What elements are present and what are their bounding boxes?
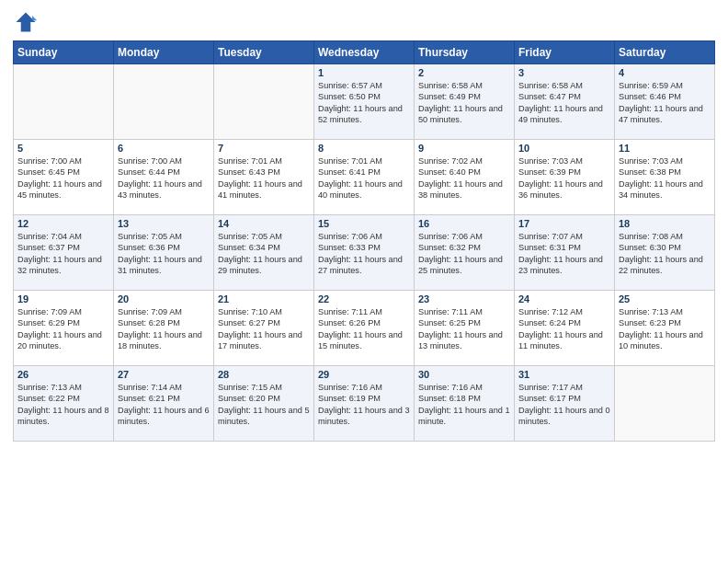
- cell-info: Sunrise: 6:58 AMSunset: 6:49 PMDaylight:…: [418, 80, 510, 126]
- calendar-cell: 16Sunrise: 7:06 AMSunset: 6:32 PMDayligh…: [415, 215, 515, 291]
- calendar-cell: 30Sunrise: 7:16 AMSunset: 6:18 PMDayligh…: [415, 366, 515, 442]
- calendar-cell: [214, 64, 314, 140]
- dow-saturday: Saturday: [615, 41, 715, 64]
- cell-info: Sunrise: 7:11 AMSunset: 6:26 PMDaylight:…: [318, 306, 410, 352]
- cell-info: Sunrise: 7:06 AMSunset: 6:32 PMDaylight:…: [418, 231, 510, 277]
- day-number: 11: [619, 143, 711, 154]
- calendar-cell: 5Sunrise: 7:00 AMSunset: 6:45 PMDaylight…: [14, 140, 114, 215]
- calendar-cell: 31Sunrise: 7:17 AMSunset: 6:17 PMDayligh…: [515, 366, 615, 442]
- calendar-cell: 2Sunrise: 6:58 AMSunset: 6:49 PMDaylight…: [415, 64, 515, 140]
- day-of-week-header: SundayMondayTuesdayWednesdayThursdayFrid…: [14, 41, 715, 64]
- day-number: 23: [418, 293, 510, 304]
- day-number: 3: [518, 67, 610, 78]
- calendar-cell: 27Sunrise: 7:14 AMSunset: 6:21 PMDayligh…: [114, 366, 214, 442]
- dow-sunday: Sunday: [14, 41, 114, 64]
- calendar-cell: 6Sunrise: 7:00 AMSunset: 6:44 PMDaylight…: [114, 140, 214, 215]
- cell-info: Sunrise: 7:09 AMSunset: 6:28 PMDaylight:…: [118, 306, 210, 352]
- cell-info: Sunrise: 7:10 AMSunset: 6:27 PMDaylight:…: [218, 306, 310, 352]
- day-number: 20: [118, 293, 210, 304]
- dow-tuesday: Tuesday: [214, 41, 314, 64]
- calendar-cell: 17Sunrise: 7:07 AMSunset: 6:31 PMDayligh…: [515, 215, 615, 291]
- header: [13, 9, 715, 35]
- cell-info: Sunrise: 6:59 AMSunset: 6:46 PMDaylight:…: [619, 80, 711, 126]
- calendar-week-4: 26Sunrise: 7:13 AMSunset: 6:22 PMDayligh…: [14, 366, 715, 442]
- cell-info: Sunrise: 7:01 AMSunset: 6:43 PMDaylight:…: [218, 155, 310, 201]
- day-number: 8: [318, 143, 410, 154]
- dow-wednesday: Wednesday: [314, 41, 415, 64]
- calendar-cell: 7Sunrise: 7:01 AMSunset: 6:43 PMDaylight…: [214, 140, 314, 215]
- day-number: 27: [118, 369, 210, 380]
- calendar-cell: 24Sunrise: 7:12 AMSunset: 6:24 PMDayligh…: [515, 291, 615, 366]
- cell-info: Sunrise: 7:13 AMSunset: 6:22 PMDaylight:…: [17, 382, 109, 428]
- dow-monday: Monday: [114, 41, 214, 64]
- calendar-cell: 15Sunrise: 7:06 AMSunset: 6:33 PMDayligh…: [314, 215, 415, 291]
- calendar-cell: 22Sunrise: 7:11 AMSunset: 6:26 PMDayligh…: [314, 291, 415, 366]
- calendar-cell: 3Sunrise: 6:58 AMSunset: 6:47 PMDaylight…: [515, 64, 615, 140]
- day-number: 5: [17, 143, 109, 154]
- day-number: 19: [17, 293, 109, 304]
- cell-info: Sunrise: 7:02 AMSunset: 6:40 PMDaylight:…: [418, 155, 510, 201]
- calendar-cell: 14Sunrise: 7:05 AMSunset: 6:34 PMDayligh…: [214, 215, 314, 291]
- day-number: 13: [118, 218, 210, 229]
- logo: [13, 9, 42, 35]
- cell-info: Sunrise: 7:00 AMSunset: 6:45 PMDaylight:…: [17, 155, 109, 201]
- cell-info: Sunrise: 7:09 AMSunset: 6:29 PMDaylight:…: [17, 306, 109, 352]
- day-number: 26: [17, 369, 109, 380]
- calendar-cell: 26Sunrise: 7:13 AMSunset: 6:22 PMDayligh…: [14, 366, 114, 442]
- cell-info: Sunrise: 7:15 AMSunset: 6:20 PMDaylight:…: [218, 382, 310, 428]
- day-number: 6: [118, 143, 210, 154]
- day-number: 30: [418, 369, 510, 380]
- cell-info: Sunrise: 7:00 AMSunset: 6:44 PMDaylight:…: [118, 155, 210, 201]
- cell-info: Sunrise: 7:17 AMSunset: 6:17 PMDaylight:…: [518, 382, 610, 428]
- logo-icon: [13, 9, 39, 35]
- day-number: 31: [518, 369, 610, 380]
- cell-info: Sunrise: 7:12 AMSunset: 6:24 PMDaylight:…: [518, 306, 610, 352]
- calendar-cell: 8Sunrise: 7:01 AMSunset: 6:41 PMDaylight…: [314, 140, 415, 215]
- cell-info: Sunrise: 7:05 AMSunset: 6:36 PMDaylight:…: [118, 231, 210, 277]
- day-number: 4: [619, 67, 711, 78]
- cell-info: Sunrise: 6:57 AMSunset: 6:50 PMDaylight:…: [318, 80, 410, 126]
- day-number: 9: [418, 143, 510, 154]
- calendar-cell: [114, 64, 214, 140]
- day-number: 21: [218, 293, 310, 304]
- cell-info: Sunrise: 7:04 AMSunset: 6:37 PMDaylight:…: [17, 231, 109, 277]
- day-number: 7: [218, 143, 310, 154]
- calendar-cell: 28Sunrise: 7:15 AMSunset: 6:20 PMDayligh…: [214, 366, 314, 442]
- calendar-cell: 9Sunrise: 7:02 AMSunset: 6:40 PMDaylight…: [415, 140, 515, 215]
- calendar: SundayMondayTuesdayWednesdayThursdayFrid…: [13, 40, 715, 442]
- calendar-cell: [14, 64, 114, 140]
- cell-info: Sunrise: 6:58 AMSunset: 6:47 PMDaylight:…: [518, 80, 610, 126]
- calendar-week-3: 19Sunrise: 7:09 AMSunset: 6:29 PMDayligh…: [14, 291, 715, 366]
- cell-info: Sunrise: 7:01 AMSunset: 6:41 PMDaylight:…: [318, 155, 410, 201]
- cell-info: Sunrise: 7:08 AMSunset: 6:30 PMDaylight:…: [619, 231, 711, 277]
- day-number: 16: [418, 218, 510, 229]
- day-number: 17: [518, 218, 610, 229]
- cell-info: Sunrise: 7:07 AMSunset: 6:31 PMDaylight:…: [518, 231, 610, 277]
- day-number: 2: [418, 67, 510, 78]
- calendar-cell: 25Sunrise: 7:13 AMSunset: 6:23 PMDayligh…: [615, 291, 715, 366]
- cell-info: Sunrise: 7:16 AMSunset: 6:19 PMDaylight:…: [318, 382, 410, 428]
- cell-info: Sunrise: 7:03 AMSunset: 6:38 PMDaylight:…: [619, 155, 711, 201]
- cell-info: Sunrise: 7:06 AMSunset: 6:33 PMDaylight:…: [318, 231, 410, 277]
- day-number: 28: [218, 369, 310, 380]
- calendar-cell: 19Sunrise: 7:09 AMSunset: 6:29 PMDayligh…: [14, 291, 114, 366]
- cell-info: Sunrise: 7:03 AMSunset: 6:39 PMDaylight:…: [518, 155, 610, 201]
- calendar-cell: 10Sunrise: 7:03 AMSunset: 6:39 PMDayligh…: [515, 140, 615, 215]
- calendar-cell: 23Sunrise: 7:11 AMSunset: 6:25 PMDayligh…: [415, 291, 515, 366]
- calendar-week-0: 1Sunrise: 6:57 AMSunset: 6:50 PMDaylight…: [14, 64, 715, 140]
- day-number: 10: [518, 143, 610, 154]
- calendar-week-2: 12Sunrise: 7:04 AMSunset: 6:37 PMDayligh…: [14, 215, 715, 291]
- calendar-cell: 20Sunrise: 7:09 AMSunset: 6:28 PMDayligh…: [114, 291, 214, 366]
- day-number: 14: [218, 218, 310, 229]
- page: SundayMondayTuesdayWednesdayThursdayFrid…: [0, 0, 728, 563]
- cell-info: Sunrise: 7:13 AMSunset: 6:23 PMDaylight:…: [619, 306, 711, 352]
- dow-thursday: Thursday: [415, 41, 515, 64]
- svg-marker-1: [17, 13, 36, 32]
- day-number: 25: [619, 293, 711, 304]
- calendar-cell: 18Sunrise: 7:08 AMSunset: 6:30 PMDayligh…: [615, 215, 715, 291]
- dow-friday: Friday: [515, 41, 615, 64]
- day-number: 29: [318, 369, 410, 380]
- day-number: 18: [619, 218, 711, 229]
- calendar-cell: 29Sunrise: 7:16 AMSunset: 6:19 PMDayligh…: [314, 366, 415, 442]
- day-number: 12: [17, 218, 109, 229]
